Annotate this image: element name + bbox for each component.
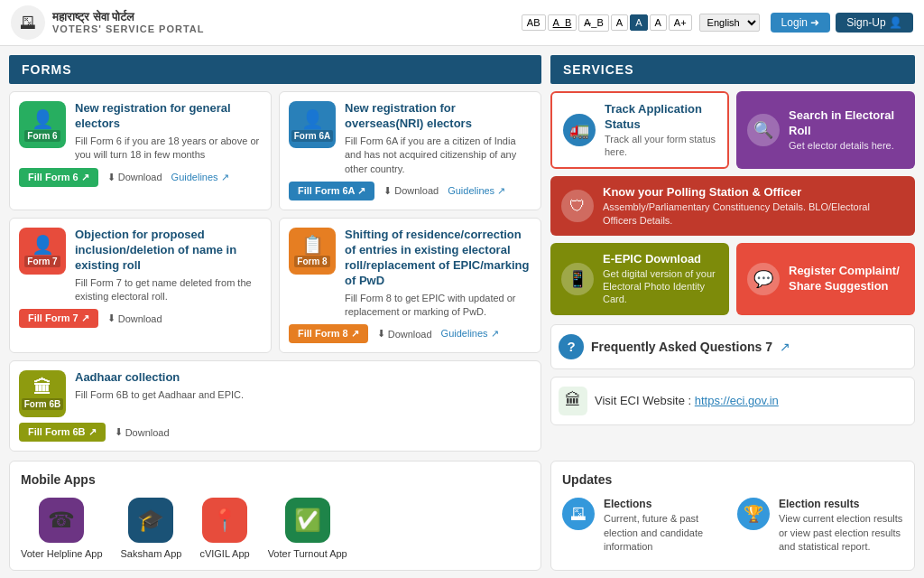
form-7-info: Objection for proposed inclusion/deletio… <box>75 228 262 303</box>
app-voter-helpline[interactable]: ☎ Voter Helpline App <box>21 498 103 559</box>
mobile-apps-header: Mobile Apps <box>21 472 530 487</box>
complaint-icon: 💬 <box>747 263 780 295</box>
form-card-6-top: 👤 Form 6 New registration for general el… <box>19 101 262 163</box>
epic-text: E-EPIC Download Get digital version of y… <box>603 252 718 306</box>
font-btn-a2[interactable]: A <box>630 14 647 31</box>
polling-text: Know your Polling Station & Officer Asse… <box>603 185 904 226</box>
form-6-desc: Fill Form 6 if you are 18 years or above… <box>75 135 262 163</box>
font-btn-ab-s[interactable]: A̶_B <box>578 14 608 32</box>
form-card-6a: 👤 Form 6A New registration for overseas(… <box>279 91 541 210</box>
form-8-desc: Fill Form 8 to get EPIC with updated or … <box>345 292 531 320</box>
app-voter-helpline-label: Voter Helpline App <box>21 548 103 559</box>
form-8-actions: Fill Form 8 ↗ ⬇ Download Guidelines ↗ <box>289 324 531 343</box>
apps-row: ☎ Voter Helpline App 🎓 Saksham App 📍 cVI… <box>21 498 530 559</box>
results-text: Election results View current election r… <box>779 498 903 554</box>
epic-desc: Get digital version of your Electoral Ph… <box>603 267 718 306</box>
form-6a-download-link[interactable]: ⬇ Download <box>383 185 439 197</box>
font-btn-ab-u[interactable]: A_B <box>548 14 578 31</box>
app-voter-turnout[interactable]: ✅ Voter Turnout App <box>268 498 347 559</box>
signup-button[interactable]: Sign-Up 👤 <box>836 13 913 33</box>
form-8-info: Shifting of residence/correction of entr… <box>345 228 531 319</box>
service-complaint[interactable]: 💬 Register Complaint/ Share Suggestion <box>736 243 915 315</box>
form-card-8: 📋 Form 8 Shifting of residence/correctio… <box>279 218 541 353</box>
elections-text: Elections Current, future & past electio… <box>604 498 728 554</box>
form-6b-actions: Fill Form 6B ↗ ⬇ Download <box>19 423 531 442</box>
login-button[interactable]: Login ➜ <box>771 13 831 33</box>
form-6a-fill-button[interactable]: Fill Form 6A ↗ <box>289 182 374 200</box>
auth-buttons: Login ➜ Sign-Up 👤 <box>771 13 913 33</box>
complaint-text: Register Complaint/ Share Suggestion <box>789 264 904 294</box>
eci-link[interactable]: https://eci.gov.in <box>695 394 779 407</box>
form-8-download-link[interactable]: ⬇ Download <box>377 328 432 340</box>
search-text: Search in Electoral Roll Get elector det… <box>789 108 904 152</box>
epic-title: E-EPIC Download <box>603 252 718 267</box>
results-icon: 🏆 <box>737 498 770 530</box>
track-title: Track Application Status <box>605 102 716 133</box>
form-card-6b: 🏛 Form 6B Aadhaar collection Fill Form 6… <box>9 360 541 452</box>
form-card-8-top: 📋 Form 8 Shifting of residence/correctio… <box>289 228 531 319</box>
service-polling[interactable]: 🛡 Know your Polling Station & Officer As… <box>550 176 915 235</box>
faq-row[interactable]: ? Frequently Asked Questions 7 ↗ <box>550 324 915 369</box>
form-6b-desc: Fill Form 6B to get Aadhaar and EPIC. <box>75 388 244 402</box>
results-title: Election results <box>779 498 903 510</box>
font-btn-aplus[interactable]: A+ <box>669 14 692 31</box>
form-8-guidelines-link[interactable]: Guidelines ↗ <box>441 328 499 340</box>
form-6a-guidelines-link[interactable]: Guidelines ↗ <box>448 185 505 197</box>
form-7-download-link[interactable]: ⬇ Download <box>107 312 162 324</box>
search-title: Search in Electoral Roll <box>789 108 904 139</box>
main-content: FORMS 👤 Form 6 New registration for gene… <box>0 46 924 461</box>
services-section-header: SERVICES <box>550 55 915 84</box>
form-6b-download-link[interactable]: ⬇ Download <box>115 426 170 438</box>
eci-text-label: Visit ECI Website : <box>595 394 695 407</box>
form-6-actions: Fill Form 6 ↗ ⬇ Download Guidelines ↗ <box>19 168 262 187</box>
font-btn-ab[interactable]: AB <box>522 14 546 31</box>
font-btn-a3[interactable]: A <box>650 14 667 31</box>
polling-desc: Assembly/Parliamentary Constituency Deta… <box>603 200 904 227</box>
form-7-desc: Fill Form 7 to get name deleted from the… <box>75 276 262 304</box>
form-6-download-link[interactable]: ⬇ Download <box>107 172 162 183</box>
form-7-fill-button[interactable]: Fill Form 7 ↗ <box>19 309 98 328</box>
form-6a-actions: Fill Form 6A ↗ ⬇ Download Guidelines ↗ <box>289 182 531 200</box>
form-6-info: New registration for general electors Fi… <box>75 101 262 163</box>
search-icon: 🔍 <box>747 114 780 146</box>
form-card-7: 👤 Form 7 Objection for proposed inclusio… <box>9 218 272 353</box>
eci-row[interactable]: 🏛 Visit ECI Website : https://eci.gov.in <box>550 377 915 425</box>
form-8-fill-button[interactable]: Fill Form 8 ↗ <box>289 324 368 343</box>
polling-icon: 🛡 <box>561 190 594 222</box>
service-track[interactable]: 🚛 Track Application Status Track all you… <box>550 91 729 169</box>
app-cvigil[interactable]: 📍 cVIGIL App <box>199 498 249 559</box>
forms-panel: FORMS 👤 Form 6 New registration for gene… <box>9 55 541 452</box>
form-7-icon: 👤 Form 7 <box>19 228 66 275</box>
app-cvigil-icon: 📍 <box>202 498 247 543</box>
form-6b-fill-button[interactable]: Fill Form 6B ↗ <box>19 423 106 442</box>
updates-grid: 🗳 Elections Current, future & past elect… <box>562 498 903 554</box>
form-6-fill-button[interactable]: Fill Form 6 ↗ <box>19 168 98 187</box>
font-btn-a1[interactable]: A <box>611 14 628 31</box>
app-saksham[interactable]: 🎓 Saksham App <box>121 498 182 559</box>
header: 🗳 महाराष्ट्र सेवा पोर्टल VOTERS' SERVICE… <box>0 0 924 46</box>
form-7-title: Objection for proposed inclusion/deletio… <box>75 228 262 274</box>
form-6b-info: Aadhaar collection Fill Form 6B to get A… <box>75 370 244 402</box>
results-desc: View current election results or view pa… <box>779 512 903 554</box>
form-7-actions: Fill Form 7 ↗ ⬇ Download <box>19 309 262 328</box>
faq-icon: ? <box>559 334 584 359</box>
form-card-6b-top: 🏛 Form 6B Aadhaar collection Fill Form 6… <box>19 370 531 417</box>
language-selector[interactable]: English मराठी <box>699 14 760 32</box>
updates-section: Updates 🗳 Elections Current, future & pa… <box>550 461 915 571</box>
site-title-english: VOTERS' SERVICE PORTAL <box>52 23 204 35</box>
form-card-6a-top: 👤 Form 6A New registration for overseas(… <box>289 101 531 176</box>
form-6a-desc: Fill Form 6A if you are a citizen of Ind… <box>345 135 531 176</box>
service-epic[interactable]: 📱 E-EPIC Download Get digital version of… <box>550 243 729 315</box>
app-saksham-label: Saksham App <box>121 548 182 559</box>
track-desc: Track all your form status here. <box>605 133 716 159</box>
form-6-guidelines-link[interactable]: Guidelines ↗ <box>171 172 229 183</box>
services-grid: 🚛 Track Application Status Track all you… <box>550 91 915 315</box>
epic-icon: 📱 <box>561 263 594 295</box>
header-left: 🗳 महाराष्ट्र सेवा पोर्टल VOTERS' SERVICE… <box>11 5 204 40</box>
updates-header: Updates <box>562 472 903 487</box>
service-search[interactable]: 🔍 Search in Electoral Roll Get elector d… <box>736 91 915 169</box>
eci-label: Visit ECI Website : https://eci.gov.in <box>595 394 779 407</box>
app-voter-turnout-icon: ✅ <box>285 498 330 543</box>
app-voter-helpline-icon: ☎ <box>39 498 84 543</box>
app-saksham-icon: 🎓 <box>128 498 173 543</box>
